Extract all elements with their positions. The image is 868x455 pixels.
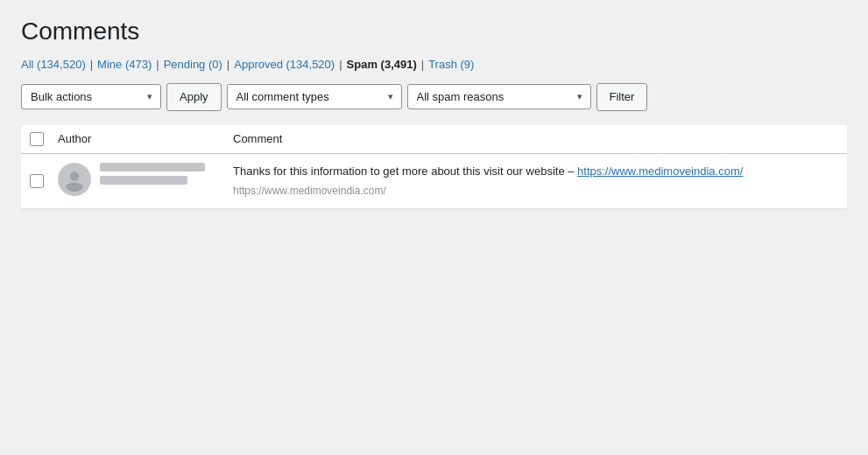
spam-reasons-select[interactable]: All spam reasons bbox=[407, 84, 591, 109]
comment-link[interactable]: https://www.medimoveindia.com/ bbox=[577, 164, 743, 178]
filter-trash[interactable]: Trash (9) bbox=[428, 58, 474, 71]
author-cell bbox=[49, 154, 224, 209]
comment-types-wrap: All comment types ▾ bbox=[227, 84, 402, 109]
author-email-placeholder bbox=[100, 176, 187, 185]
bulk-actions-wrap: Bulk actions ▾ bbox=[21, 84, 161, 109]
author-name-placeholder bbox=[100, 163, 205, 172]
comment-text: Thanks for this information to get more … bbox=[233, 163, 838, 200]
select-all-checkbox[interactable] bbox=[30, 132, 44, 146]
table-header-row: Author Comment bbox=[21, 125, 847, 154]
spam-reasons-wrap: All spam reasons ▾ bbox=[407, 84, 591, 109]
author-info bbox=[100, 163, 205, 185]
row-checkbox[interactable] bbox=[30, 174, 44, 188]
col-header-author: Author bbox=[49, 125, 224, 154]
filter-button[interactable]: Filter bbox=[596, 83, 648, 111]
avatar-icon bbox=[62, 167, 87, 192]
filter-pending[interactable]: Pending (0) bbox=[164, 58, 222, 71]
table-row: Thanks for this information to get more … bbox=[21, 154, 847, 209]
filter-approved[interactable]: Approved (134,520) bbox=[234, 58, 335, 71]
comment-types-select[interactable]: All comment types bbox=[227, 84, 402, 109]
comment-body: Thanks for this information to get more … bbox=[233, 164, 577, 178]
svg-point-0 bbox=[70, 172, 80, 181]
filter-links: All (134,520) | Mine (473) | Pending (0)… bbox=[21, 58, 847, 71]
filter-all[interactable]: All (134,520) bbox=[21, 58, 86, 71]
col-header-checkbox bbox=[21, 125, 49, 154]
filter-spam: Spam (3,491) bbox=[347, 58, 417, 71]
avatar bbox=[58, 163, 91, 196]
row-checkbox-cell bbox=[21, 154, 49, 209]
filter-mine[interactable]: Mine (473) bbox=[97, 58, 152, 71]
page-title: Comments bbox=[21, 18, 847, 46]
comment-url: https://www.medimoveindia.com/ bbox=[233, 183, 838, 200]
bulk-actions-select[interactable]: Bulk actions bbox=[21, 84, 161, 109]
comment-content-cell: Thanks for this information to get more … bbox=[224, 154, 847, 209]
svg-point-1 bbox=[66, 183, 82, 192]
apply-button[interactable]: Apply bbox=[166, 83, 222, 111]
comments-table: Author Comment bbox=[21, 125, 847, 210]
col-header-comment: Comment bbox=[224, 125, 847, 154]
tablenav-top: Bulk actions ▾ Apply All comment types ▾… bbox=[21, 83, 847, 111]
